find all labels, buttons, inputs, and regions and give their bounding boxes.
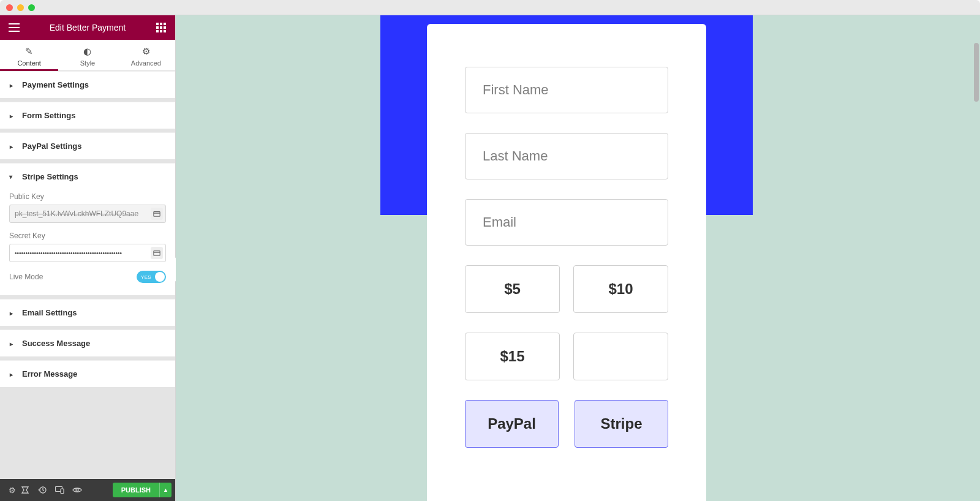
amount-value: $5 [504, 281, 521, 298]
secret-key-value: ••••••••••••••••••••••••••••••••••••••••… [15, 250, 122, 257]
section-label: Payment Settings [22, 80, 89, 89]
responsive-icon[interactable] [55, 486, 72, 494]
amount-option-custom[interactable] [573, 333, 668, 380]
gear-icon: ⚙ [117, 46, 175, 57]
panel-title: Edit Better Payment [22, 23, 153, 32]
tab-advanced[interactable]: ⚙ Advanced [117, 40, 175, 70]
tab-content[interactable]: ✎ Content [0, 40, 58, 70]
section-label: PayPal Settings [22, 141, 82, 151]
stripe-button[interactable]: Stripe [575, 400, 668, 448]
minimize-window-dot[interactable] [17, 4, 24, 11]
svg-rect-3 [156, 26, 159, 29]
svg-rect-6 [156, 30, 159, 32]
secret-key-input[interactable]: ••••••••••••••••••••••••••••••••••••••••… [9, 244, 166, 262]
navigator-icon[interactable] [21, 486, 38, 494]
preview-canvas: First Name Last Name Email $5 $10 $15 Pa… [176, 15, 980, 501]
svg-rect-1 [160, 23, 162, 25]
section-payment-settings[interactable]: ▸ Payment Settings [0, 71, 175, 98]
first-name-input[interactable]: First Name [465, 67, 668, 113]
amount-value: $10 [608, 281, 633, 298]
section-label: Error Message [22, 369, 77, 379]
caret-down-icon: ▸ [8, 175, 15, 178]
last-name-input[interactable]: Last Name [465, 133, 668, 179]
settings-icon[interactable]: ⚙ [4, 486, 21, 495]
section-form-settings[interactable]: ▸ Form Settings [0, 102, 175, 129]
close-window-dot[interactable] [6, 4, 13, 11]
maximize-window-dot[interactable] [28, 4, 35, 11]
section-label: Email Settings [22, 308, 77, 317]
toggle-knob [155, 272, 165, 282]
section-list: ▸ Payment Settings ▸ Form Settings ▸ Pay… [0, 71, 175, 479]
grid-icon[interactable] [153, 23, 169, 32]
placeholder-text: First Name [483, 82, 549, 98]
amount-option[interactable]: $15 [465, 333, 560, 380]
section-stripe-settings[interactable]: ▸ Stripe Settings [0, 163, 175, 190]
section-success-message[interactable]: ▸ Success Message [0, 330, 175, 356]
section-label: Success Message [22, 339, 90, 348]
svg-rect-0 [156, 23, 159, 25]
contrast-icon: ◐ [58, 46, 116, 57]
pay-label: Stripe [600, 415, 642, 432]
placeholder-text: Last Name [483, 148, 548, 164]
svg-rect-8 [164, 30, 166, 32]
publish-button[interactable]: PUBLISH [113, 483, 159, 497]
toggle-on-text: YES [141, 274, 151, 280]
caret-right-icon: ▸ [10, 340, 13, 347]
section-error-message[interactable]: ▸ Error Message [0, 360, 175, 387]
amount-value: $15 [500, 348, 524, 365]
svg-rect-13 [61, 489, 64, 494]
caret-right-icon: ▸ [10, 371, 13, 377]
amount-option[interactable]: $5 [465, 265, 560, 313]
svg-rect-4 [160, 26, 162, 29]
section-paypal-settings[interactable]: ▸ PayPal Settings [0, 132, 175, 159]
public-key-input[interactable]: pk_test_51K.lvWvLckhWFLZtUQ9aae [9, 205, 166, 223]
tab-label: Style [80, 59, 95, 67]
payment-methods: PayPal Stripe [465, 400, 668, 448]
svg-rect-10 [154, 251, 160, 256]
pencil-icon: ✎ [0, 46, 58, 57]
caret-right-icon: ▸ [10, 143, 13, 149]
svg-rect-2 [164, 23, 166, 25]
tab-style[interactable]: ◐ Style [58, 40, 116, 70]
payment-form-card: First Name Last Name Email $5 $10 $15 Pa… [427, 24, 706, 501]
svg-rect-7 [160, 30, 162, 32]
publish-options-button[interactable]: ▲ [159, 483, 172, 497]
live-mode-toggle[interactable]: YES [137, 271, 166, 283]
dynamic-tag-icon[interactable] [151, 247, 163, 259]
secret-key-label: Secret Key [9, 232, 166, 240]
menu-icon[interactable] [6, 23, 22, 32]
section-label: Form Settings [22, 111, 75, 120]
svg-point-14 [76, 489, 78, 491]
editor-panel: Edit Better Payment ✎ Content ◐ Style ⚙ … [0, 15, 176, 501]
window-chrome [0, 0, 980, 15]
section-email-settings[interactable]: ▸ Email Settings [0, 299, 175, 326]
history-icon[interactable] [38, 486, 55, 494]
tab-label: Advanced [131, 59, 161, 67]
public-key-label: Public Key [9, 192, 166, 201]
placeholder-text: Email [483, 214, 516, 230]
caret-right-icon: ▸ [10, 81, 13, 88]
section-label: Stripe Settings [22, 172, 78, 181]
pay-label: PayPal [488, 415, 536, 432]
caret-right-icon: ▸ [10, 112, 13, 119]
amount-option[interactable]: $10 [573, 265, 668, 313]
email-input[interactable]: Email [465, 199, 668, 246]
canvas-scrollbar[interactable] [974, 43, 979, 102]
tab-label: Content [17, 59, 41, 67]
paypal-button[interactable]: PayPal [465, 400, 559, 448]
svg-rect-5 [164, 26, 166, 29]
public-key-value: pk_test_51K.lvWvLckhWFLZtUQ9aae [15, 209, 138, 218]
preview-icon[interactable] [72, 487, 89, 493]
panel-tabs: ✎ Content ◐ Style ⚙ Advanced [0, 40, 175, 71]
caret-right-icon: ▸ [10, 309, 13, 316]
svg-rect-9 [154, 212, 160, 217]
stripe-settings-body: Public Key pk_test_51K.lvWvLckhWFLZtUQ9a… [0, 186, 175, 295]
panel-footer: ⚙ PUBLISH ▲ [0, 479, 175, 501]
panel-header: Edit Better Payment [0, 15, 175, 40]
amount-options: $5 $10 $15 [465, 265, 668, 380]
dynamic-tag-icon[interactable] [151, 208, 163, 220]
live-mode-label: Live Mode [9, 273, 43, 281]
